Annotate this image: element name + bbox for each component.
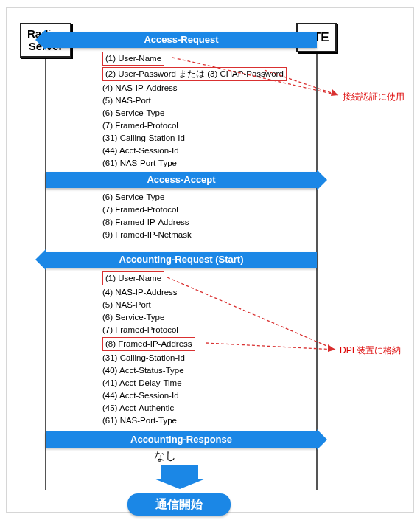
attr-item: (44) Acct-Session-Id	[102, 145, 287, 157]
attr-user-name-2: (1) User-Name	[102, 271, 164, 285]
diagram-frame: Radius Server NTE Access-Request (1) Use…	[6, 7, 414, 513]
arrow-access-accept: Access-Accept	[46, 172, 317, 188]
attr-item: (8) Framed-IP-Address	[102, 216, 192, 229]
attr-item: (61) NAS-Port-Type	[102, 415, 195, 427]
attr-item: (44) Acct-Session-Id	[102, 389, 195, 402]
attr-item: (7) Framed-Protocol	[102, 324, 195, 336]
attr-item: (40) Acct-Status-Type	[102, 364, 195, 377]
attr-item: (5) NAS-Port	[102, 94, 287, 107]
attr-framed-ip-2: (8) Framed-IP-Address	[102, 337, 195, 351]
attrs-access-request: (1) User-Name (2) User-Password または (3) …	[102, 51, 287, 170]
attr-item: (4) NAS-IP-Address	[102, 286, 195, 299]
svg-marker-5	[328, 344, 335, 352]
attr-item: (6) Service-Type	[102, 107, 287, 119]
attrs-access-accept: (6) Service-Type (7) Framed-Protocol (8)…	[102, 191, 192, 241]
note-dpi: DPI 装置に格納	[340, 344, 401, 357]
state-communication-start: 通信開始	[127, 493, 231, 516]
attr-item: (6) Service-Type	[102, 191, 192, 204]
arrow-access-request: Access-Request	[46, 32, 317, 48]
attr-item: (31) Calling-Station-Id	[102, 352, 195, 364]
note-auth: 接続認証に使用	[343, 91, 405, 103]
attr-user-password-chap: (2) User-Password または (3) CHAP-Password	[102, 67, 287, 81]
attr-user-name: (1) User-Name	[102, 52, 164, 66]
attr-item: (7) Framed-Protocol	[102, 119, 287, 132]
attr-item: (31) Calling-Station-Id	[102, 132, 287, 145]
attr-item: (7) Framed-Protocol	[102, 204, 192, 216]
down-arrow-icon	[161, 465, 198, 479]
attr-item: (61) NAS-Port-Type	[102, 157, 287, 170]
attr-item: (6) Service-Type	[102, 311, 195, 324]
attr-item: (45) Acct-Authentic	[102, 402, 195, 415]
attr-item: (5) NAS-Port	[102, 299, 195, 311]
svg-marker-2	[331, 89, 338, 96]
arrow-accounting-request: Accounting-Request (Start)	[46, 252, 317, 268]
attrs-none: なし	[154, 449, 176, 463]
attr-item: (4) NAS-IP-Address	[102, 82, 287, 94]
attrs-accounting-request: (1) User-Name (4) NAS-IP-Address (5) NAS…	[102, 271, 195, 427]
attr-item: (41) Acct-Delay-Time	[102, 377, 195, 389]
attr-item: (9) Framed-IP-Netmask	[102, 229, 192, 241]
arrow-accounting-response: Accounting-Response	[46, 431, 317, 448]
